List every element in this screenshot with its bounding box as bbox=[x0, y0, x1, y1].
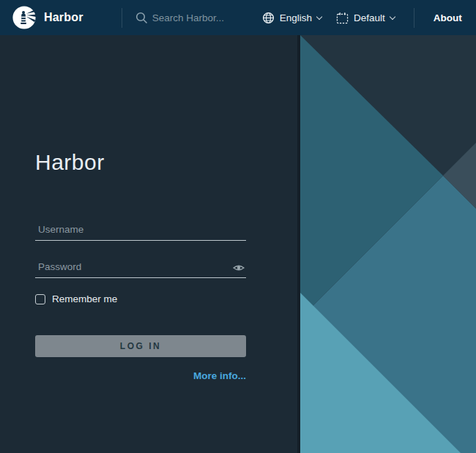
search-box bbox=[135, 12, 262, 24]
remember-me-row: Remember me bbox=[35, 293, 246, 304]
globe-icon bbox=[262, 12, 275, 24]
remember-me-label: Remember me bbox=[52, 293, 117, 304]
main-area: Harbor Remember me LOG IN More bbox=[0, 35, 476, 453]
username-input[interactable] bbox=[35, 224, 246, 241]
header-divider bbox=[414, 8, 414, 28]
chevron-down-icon bbox=[389, 13, 395, 19]
language-dropdown[interactable]: English bbox=[262, 12, 321, 24]
remember-me-checkbox[interactable] bbox=[35, 294, 45, 304]
login-button[interactable]: LOG IN bbox=[35, 335, 246, 357]
theme-grid-icon bbox=[336, 12, 349, 24]
username-field bbox=[35, 224, 246, 241]
language-label: English bbox=[280, 12, 312, 23]
theme-dropdown[interactable]: Default bbox=[336, 12, 395, 24]
eye-icon bbox=[233, 263, 245, 272]
show-password-button[interactable] bbox=[233, 263, 245, 272]
header-divider bbox=[122, 8, 122, 28]
password-input[interactable] bbox=[35, 261, 246, 278]
more-info-link[interactable]: More info... bbox=[193, 370, 246, 381]
search-input[interactable] bbox=[152, 12, 262, 23]
chevron-down-icon bbox=[316, 13, 322, 19]
search-icon bbox=[135, 12, 148, 24]
password-field bbox=[35, 261, 246, 278]
theme-label: Default bbox=[354, 12, 385, 23]
harbor-lighthouse-icon[interactable] bbox=[12, 5, 37, 30]
background-art bbox=[300, 35, 476, 453]
more-info-row: More info... bbox=[35, 369, 246, 382]
login-panel: Harbor Remember me LOG IN More bbox=[0, 35, 300, 453]
brand-title: Harbor bbox=[44, 11, 83, 24]
login-title: Harbor bbox=[35, 149, 246, 176]
about-link[interactable]: About bbox=[434, 12, 462, 23]
header-bar: Harbor English Defaul bbox=[0, 0, 476, 35]
login-form: Harbor Remember me LOG IN More bbox=[35, 149, 246, 382]
